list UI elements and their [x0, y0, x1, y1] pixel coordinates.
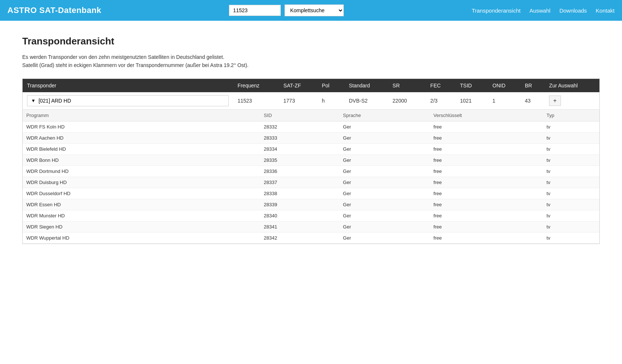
program-sid: 28341 — [260, 221, 339, 232]
program-sid: 28335 — [260, 154, 339, 166]
sub-col-sprache: Sprache — [339, 110, 430, 121]
program-typ: tv — [543, 199, 599, 210]
sub-header-row: Programm SID Sprache Verschlüsselt Typ — [23, 110, 599, 121]
col-header-sr: SR — [388, 79, 426, 92]
col-header-auswahl: Zur Auswahl — [545, 79, 599, 92]
br-cell: 43 — [520, 92, 545, 110]
programs-table: Programm SID Sprache Verschlüsselt Typ W… — [23, 110, 599, 244]
program-typ: tv — [543, 188, 599, 199]
search-type-select[interactable]: Komplettsuche Schnellsuche — [285, 4, 344, 16]
program-typ: tv — [543, 154, 599, 166]
program-sid: 28336 — [260, 166, 339, 177]
program-typ: tv — [543, 143, 599, 154]
program-verschluesselt: free — [430, 121, 543, 132]
frequenz-cell: 11523 — [233, 92, 279, 110]
col-header-br: BR — [520, 79, 545, 92]
satzf-cell: 1773 — [279, 92, 317, 110]
main-content: Transponderansicht Es werden Transponder… — [0, 21, 622, 259]
nav-kontakt[interactable]: Kontakt — [596, 7, 615, 14]
list-item: WDR Wuppertal HD28342Gerfreetv — [23, 232, 599, 243]
program-typ: tv — [543, 221, 599, 232]
sub-table-cell: Programm SID Sprache Verschlüsselt Typ W… — [23, 109, 600, 244]
program-sprache: Ger — [339, 232, 430, 243]
list-item: WDR FS Koln HD28332Gerfreetv — [23, 121, 599, 132]
program-typ: tv — [543, 166, 599, 177]
program-sprache: Ger — [339, 210, 430, 221]
list-item: WDR Dusseldorf HD28338Gerfreetv — [23, 188, 599, 199]
sub-table-row: Programm SID Sprache Verschlüsselt Typ W… — [23, 109, 600, 244]
auswahl-cell: + — [545, 92, 599, 110]
header-nav: Transponderansicht Auswahl Downloads Kon… — [472, 7, 615, 14]
list-item: WDR Aachen HD28333Gerfreetv — [23, 132, 599, 143]
nav-downloads[interactable]: Downloads — [559, 7, 587, 14]
program-sid: 28333 — [260, 132, 339, 143]
list-item: WDR Munster HD28340Gerfreetv — [23, 210, 599, 221]
program-sid: 28337 — [260, 177, 339, 188]
program-typ: tv — [543, 177, 599, 188]
program-sprache: Ger — [339, 221, 430, 232]
list-item: WDR Duisburg HD28337Gerfreetv — [23, 177, 599, 188]
list-item: WDR Dortmund HD28336Gerfreetv — [23, 166, 599, 177]
expand-arrow-icon: ▼ — [31, 98, 36, 103]
program-verschluesselt: free — [430, 177, 543, 188]
transponder-expand-button[interactable]: ▼ [021] ARD HD — [27, 95, 229, 106]
onid-cell: 1 — [488, 92, 520, 110]
program-verschluesselt: free — [430, 154, 543, 166]
col-header-standard: Standard — [345, 79, 388, 92]
list-item: WDR Essen HD28339Gerfreetv — [23, 199, 599, 210]
list-item: WDR Siegen HD28341Gerfreetv — [23, 221, 599, 232]
program-programm: WDR FS Koln HD — [23, 121, 260, 132]
program-verschluesselt: free — [430, 232, 543, 243]
search-input[interactable] — [229, 5, 281, 16]
program-sid: 28338 — [260, 188, 339, 199]
col-header-tsid: TSID — [456, 79, 488, 92]
program-typ: tv — [543, 121, 599, 132]
transponder-name: [021] ARD HD — [39, 98, 71, 104]
program-verschluesselt: free — [430, 210, 543, 221]
fec-cell: 2/3 — [426, 92, 456, 110]
program-sid: 28339 — [260, 199, 339, 210]
pol-cell: h — [317, 92, 345, 110]
program-programm: WDR Siegen HD — [23, 221, 260, 232]
transponder-cell: ▼ [021] ARD HD — [23, 92, 233, 110]
page-title: Transponderansicht — [22, 36, 600, 47]
program-programm: WDR Aachen HD — [23, 132, 260, 143]
program-programm: WDR Dusseldorf HD — [23, 188, 260, 199]
program-typ: tv — [543, 210, 599, 221]
program-sid: 28334 — [260, 143, 339, 154]
transponder-table: Transponder Frequenz SAT-ZF Pol Standard… — [22, 79, 600, 244]
add-to-auswahl-button[interactable]: + — [549, 96, 561, 106]
program-verschluesselt: free — [430, 188, 543, 199]
nav-transponderansicht[interactable]: Transponderansicht — [472, 7, 520, 14]
program-sid: 28340 — [260, 210, 339, 221]
desc-line1: Es werden Transponder von den zehn meist… — [22, 53, 600, 61]
table-row: ▼ [021] ARD HD 11523 1773 h DVB-S2 22000… — [23, 92, 600, 110]
table-header-row: Transponder Frequenz SAT-ZF Pol Standard… — [23, 79, 600, 92]
col-header-frequenz: Frequenz — [233, 79, 279, 92]
col-header-satzf: SAT-ZF — [279, 79, 317, 92]
program-sprache: Ger — [339, 199, 430, 210]
program-programm: WDR Dortmund HD — [23, 166, 260, 177]
program-sid: 28342 — [260, 232, 339, 243]
program-sprache: Ger — [339, 121, 430, 132]
col-header-onid: ONID — [488, 79, 520, 92]
sub-col-sid: SID — [260, 110, 339, 121]
program-programm: WDR Munster HD — [23, 210, 260, 221]
sub-col-verschluesselt: Verschlüsselt — [430, 110, 543, 121]
program-sprache: Ger — [339, 177, 430, 188]
list-item: WDR Bonn HD28335Gerfreetv — [23, 154, 599, 166]
program-programm: WDR Bielefeld HD — [23, 143, 260, 154]
nav-auswahl[interactable]: Auswahl — [529, 7, 551, 14]
header-search-area: Komplettsuche Schnellsuche — [229, 4, 344, 16]
tsid-cell: 1021 — [456, 92, 488, 110]
program-typ: tv — [543, 132, 599, 143]
program-sprache: Ger — [339, 143, 430, 154]
sr-cell: 22000 — [388, 92, 426, 110]
description: Es werden Transponder von den zehn meist… — [22, 53, 600, 70]
program-typ: tv — [543, 232, 599, 243]
desc-line2: Satellit (Grad) steht in eckigen Klammer… — [22, 61, 600, 69]
program-verschluesselt: free — [430, 166, 543, 177]
sub-col-typ: Typ — [543, 110, 599, 121]
program-verschluesselt: free — [430, 143, 543, 154]
col-header-pol: Pol — [317, 79, 345, 92]
